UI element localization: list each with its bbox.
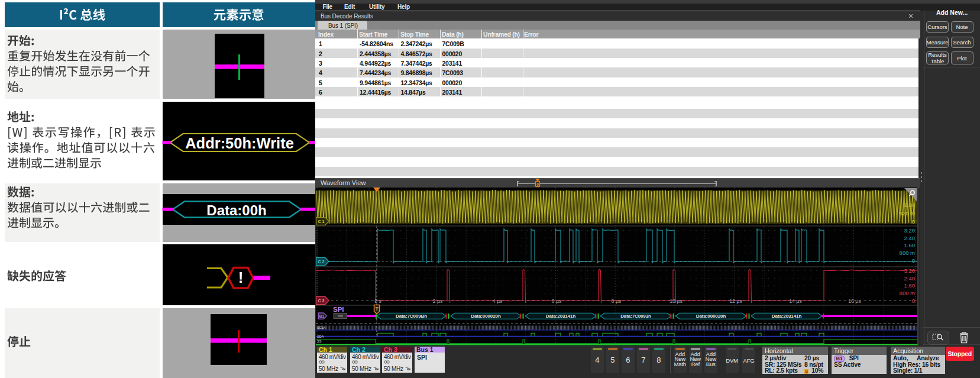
svg-text:0: 0 [912,298,915,304]
svg-text:Addr:50h:Write: Addr:50h:Write [185,135,294,151]
svg-text:12 µs: 12 µs [729,298,742,304]
svg-text:Data:000020h: Data:000020h [471,314,501,319]
svg-text:T: T [375,306,379,312]
svg-text:0: 0 [912,218,915,225]
svg-text:0: 0 [536,182,539,186]
svg-text:16 µs: 16 µs [848,298,861,304]
svg-text:3.20: 3.20 [904,227,916,234]
svg-text:C 2: C 2 [318,260,325,264]
svg-text:!: ! [238,269,244,286]
svg-text:B1: B1 [319,314,325,318]
svg-text:800 m: 800 m [900,290,915,296]
svg-text:14 µs: 14 µs [789,298,802,304]
svg-text:0 s: 0 s [374,298,381,304]
svg-text:800 m: 800 m [900,250,915,256]
svg-text:0: 0 [912,257,915,264]
svg-text:1.84: 1.84 [904,202,916,208]
svg-text:920 m: 920 m [900,210,915,217]
svg-text:2 µs: 2 µs [433,298,443,304]
svg-text:8 µs: 8 µs [612,298,622,304]
svg-text:1.60: 1.60 [904,282,916,289]
svg-text:C 1: C 1 [318,219,325,224]
svg-text:2.40: 2.40 [904,275,916,282]
svg-text:Data:00h: Data:00h [206,202,266,218]
svg-text:4 µs: 4 µs [493,298,503,304]
svg-text:Data:203141h: Data:203141h [546,314,576,319]
svg-text:SPI: SPI [333,306,344,313]
svg-text:Data:203141h: Data:203141h [772,314,802,319]
svg-text:SCLK: SCLK [317,326,326,329]
svg-text:C 3: C 3 [318,299,325,303]
svg-text:6 µs: 6 µs [552,298,562,304]
svg-text:1.60: 1.60 [904,242,916,248]
svg-text:2.40: 2.40 [904,235,916,241]
svg-text:Data:7C0093h: Data:7C0093h [620,314,651,319]
svg-text:SDA: SDA [317,335,324,338]
svg-text:SS: SS [317,340,322,343]
svg-text:Data:000020h: Data:000020h [696,314,726,319]
svg-text:3.20: 3.20 [904,267,916,274]
svg-text:10 µs: 10 µs [669,298,683,304]
svg-text:Data:7C009Bh: Data:7C009Bh [396,314,427,319]
